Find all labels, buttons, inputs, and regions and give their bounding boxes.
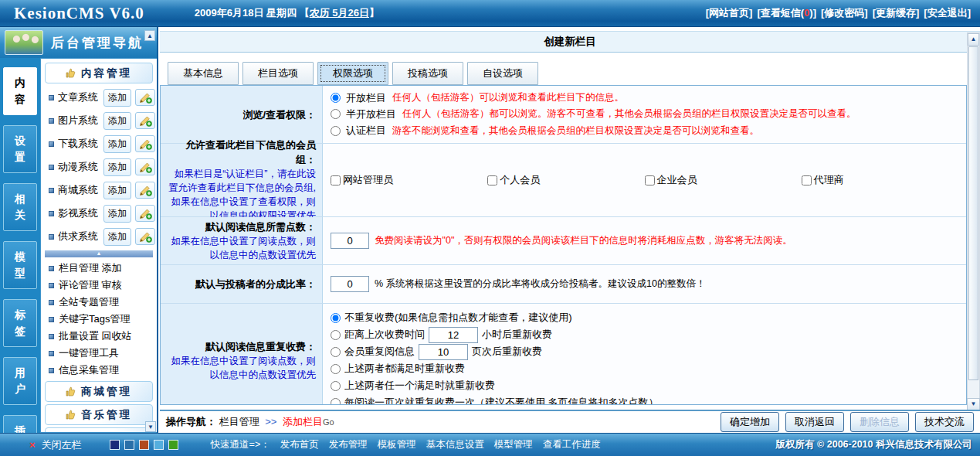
confirm-add-button[interactable]: 确定增加 <box>721 412 779 432</box>
quick-link-basic-info[interactable]: 基本信息设置 <box>426 438 484 451</box>
row-label: 允许查看此栏目下信息的会员组： <box>167 138 316 167</box>
tab-column-options[interactable]: 栏目选项 <box>242 62 314 85</box>
radio-charge-after-pages[interactable] <box>331 347 341 357</box>
read-points-input[interactable] <box>331 233 369 249</box>
add-button[interactable]: 添加 <box>103 135 131 153</box>
sidebar-tab-plugins[interactable]: 插件 <box>3 415 37 433</box>
link-batch-recycle[interactable]: 批量设置 回收站 <box>59 329 132 343</box>
site-admin-checkbox[interactable] <box>331 175 341 185</box>
site-home-link[interactable]: [网站首页] <box>706 6 753 20</box>
edit-add-button[interactable] <box>135 112 155 129</box>
quick-link-template-manage[interactable]: 模板管理 <box>378 438 416 451</box>
checkbox-enterprise-member[interactable]: 企业会员 <box>645 173 802 187</box>
main-vertical-scrollbar[interactable]: ▲ ▼ <box>967 32 980 411</box>
link-collect-manage[interactable]: 信息采集管理 <box>59 363 119 377</box>
share-ratio-input[interactable] <box>331 276 369 292</box>
scroll-down-icon[interactable]: ▼ <box>967 398 980 410</box>
system-row-image: 图片系统 添加 <box>41 109 157 132</box>
add-button[interactable]: 添加 <box>103 228 131 246</box>
edit-add-button[interactable] <box>135 89 155 106</box>
change-password-link[interactable]: [修改密码] <box>821 6 868 20</box>
refresh-cache-link[interactable]: [更新缓存] <box>873 6 920 20</box>
skin-swatch-lightblue[interactable] <box>154 440 164 450</box>
add-button[interactable]: 添加 <box>103 158 131 176</box>
radio-either-satisfied[interactable] <box>331 381 341 391</box>
pages-input[interactable] <box>419 344 468 360</box>
skin-swatch-navy[interactable] <box>110 440 120 450</box>
edit-add-button[interactable] <box>135 158 155 175</box>
quick-link-model-manage[interactable]: 模型管理 <box>494 438 533 451</box>
skin-swatch-red[interactable] <box>139 440 149 450</box>
copyright-text: 版权所有 © 2006-2010 科兴信息技术有限公司 <box>776 438 972 451</box>
checkbox-agent[interactable]: 代理商 <box>802 173 958 187</box>
sidebar-tab-model[interactable]: 模型 <box>3 241 37 289</box>
sidebar-scroll-up-icon[interactable]: ▲ <box>144 30 155 41</box>
sidebar-scroll-down-icon[interactable]: ▼ <box>145 421 156 432</box>
add-button[interactable]: 添加 <box>103 205 131 223</box>
sms-link[interactable]: [查看短信(0)] <box>757 6 816 20</box>
sidebar-tab-users[interactable]: 用户 <box>3 357 37 405</box>
enterprise-member-checkbox[interactable] <box>645 175 655 185</box>
sidebar-tab-content[interactable]: 内容 <box>3 67 37 115</box>
job-recruit-group-button[interactable]: 招聘求职 <box>45 427 153 433</box>
bullet-icon <box>49 234 54 240</box>
link-comment-manage[interactable]: 评论管理 审核 <box>59 278 122 292</box>
radio-no-repeat-charge[interactable] <box>331 313 341 323</box>
quick-link-publish-manage[interactable]: 发布管理 <box>329 438 368 451</box>
edit-add-button[interactable] <box>135 182 155 199</box>
collapse-divider[interactable]: ▲ <box>45 250 153 257</box>
checkbox-personal-member[interactable]: 个人会员 <box>487 173 644 187</box>
row-note: 如果在信息中设置了阅读点数，则以信息中的点数设置优先 <box>167 234 316 262</box>
bullet-icon <box>49 266 54 271</box>
safe-exit-link[interactable]: [安全退出] <box>924 6 971 20</box>
footer-bar: × 关闭左栏 快速通道=>： 发布首页 发布管理 模板管理 基本信息设置 模型管… <box>0 433 980 456</box>
close-icon[interactable]: × <box>29 439 36 451</box>
sidebar-tab-settings[interactable]: 设置 <box>3 125 37 173</box>
mall-management-group-button[interactable]: 商城管理 <box>45 381 153 402</box>
link-onekey-tools[interactable]: 一键管理工具 <box>59 346 119 360</box>
add-button[interactable]: 添加 <box>103 112 131 130</box>
edit-add-button[interactable] <box>135 205 155 222</box>
edit-add-button[interactable] <box>135 228 155 245</box>
quick-link-publish-home[interactable]: 发布首页 <box>280 438 319 451</box>
scroll-up-icon[interactable]: ▲ <box>968 33 979 46</box>
link-special-topic[interactable]: 全站专题管理 <box>59 295 119 309</box>
thumbs-up-icon <box>66 410 76 420</box>
radio-charge-after-hours[interactable] <box>331 330 341 340</box>
skin-swatch-green[interactable] <box>168 440 178 450</box>
link-column-manage[interactable]: 栏目管理 添加 <box>59 261 122 275</box>
delete-info-button: 删除信息 <box>850 412 909 432</box>
edit-add-button[interactable] <box>135 135 155 152</box>
tech-support-button[interactable]: 技术交流 <box>915 412 974 432</box>
sidebar-tab-related[interactable]: 相关 <box>3 183 37 231</box>
checkbox-site-admin[interactable]: 网站管理员 <box>331 173 487 187</box>
content-management-group-button[interactable]: 内容管理 <box>45 63 153 83</box>
tab-submission-options[interactable]: 投稿选项 <box>392 62 463 85</box>
close-left-panel-link[interactable]: 关闭左栏 <box>42 438 82 452</box>
hours-input[interactable] <box>429 327 478 343</box>
scrollbar-thumb[interactable] <box>968 46 978 380</box>
radio-charge-every-page[interactable] <box>331 398 341 406</box>
lunar-date-link[interactable]: 农历 5月26日 <box>310 7 369 19</box>
add-button[interactable]: 添加 <box>103 182 131 199</box>
radio-half-open-column[interactable] <box>331 109 341 119</box>
breadcrumb-column-manage[interactable]: 栏目管理 <box>219 416 259 427</box>
radio-auth-column[interactable] <box>331 126 341 136</box>
tab-basic-info[interactable]: 基本信息 <box>168 62 239 85</box>
music-management-group-button[interactable]: 音乐管理 <box>45 404 153 425</box>
sidebar-tab-tags[interactable]: 标签 <box>3 299 37 347</box>
quick-link-work-progress[interactable]: 查看工作进度 <box>543 438 601 451</box>
thumbs-up-icon <box>66 68 76 78</box>
go-link[interactable]: Go <box>323 417 334 427</box>
tab-custom-options[interactable]: 自设选项 <box>467 62 538 85</box>
add-button[interactable]: 添加 <box>103 89 131 107</box>
cancel-return-button[interactable]: 取消返回 <box>785 412 844 432</box>
agent-checkbox[interactable] <box>802 175 812 185</box>
link-tags-manage[interactable]: 关键字Tags管理 <box>59 312 130 326</box>
skin-swatch-blue[interactable] <box>124 440 134 450</box>
personal-member-checkbox[interactable] <box>487 175 497 185</box>
row-note: 如果在信息中设置了阅读点数，则以信息中的点数设置优先 <box>167 354 316 382</box>
tab-permission-options[interactable]: 权限选项 <box>317 62 388 85</box>
radio-open-column[interactable] <box>331 93 341 103</box>
radio-both-satisfied[interactable] <box>331 364 341 374</box>
